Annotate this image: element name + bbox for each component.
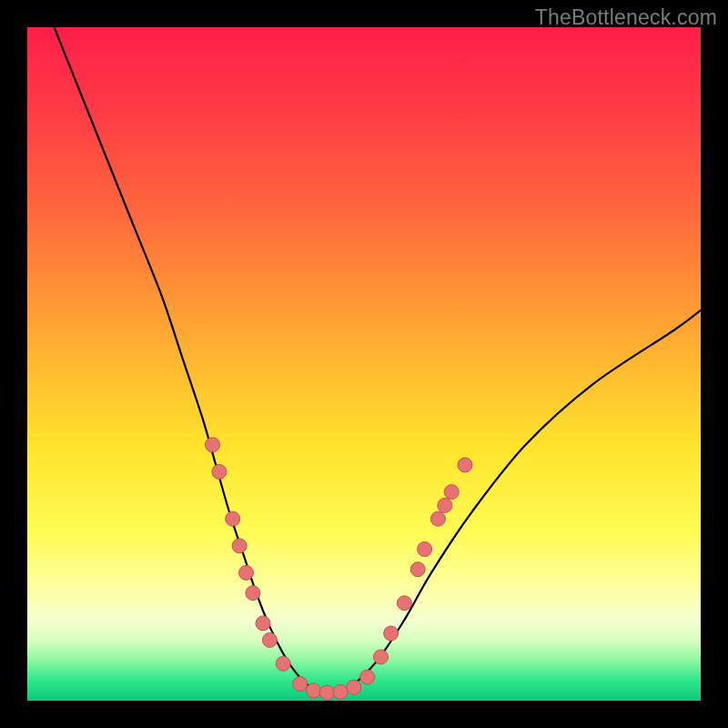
data-marker	[384, 626, 399, 641]
data-marker	[444, 485, 459, 500]
data-marker	[307, 683, 321, 698]
data-marker	[438, 498, 452, 512]
data-marker	[333, 684, 348, 699]
watermark-text: TheBottleneck.com	[535, 5, 717, 30]
data-marker	[239, 565, 254, 580]
chart-frame: TheBottleneck.com	[0, 0, 728, 728]
data-marker	[347, 680, 361, 694]
data-marker	[430, 511, 445, 526]
data-marker	[276, 656, 290, 671]
data-marker	[458, 458, 472, 472]
data-marker	[232, 539, 247, 553]
data-marker	[360, 670, 375, 684]
data-marker	[319, 685, 334, 700]
data-marker	[206, 438, 220, 452]
chart-svg	[27, 27, 701, 701]
data-marker	[397, 596, 411, 611]
data-marker	[212, 464, 227, 479]
data-marker	[410, 562, 425, 577]
data-marker	[262, 632, 277, 647]
plot-area	[27, 27, 701, 701]
data-marker	[418, 542, 432, 557]
marker-group	[206, 438, 473, 700]
data-marker	[293, 677, 308, 692]
data-marker	[246, 586, 260, 601]
data-marker	[226, 511, 240, 526]
data-marker	[256, 616, 270, 631]
bottleneck-curve	[55, 27, 701, 695]
data-marker	[374, 650, 389, 664]
